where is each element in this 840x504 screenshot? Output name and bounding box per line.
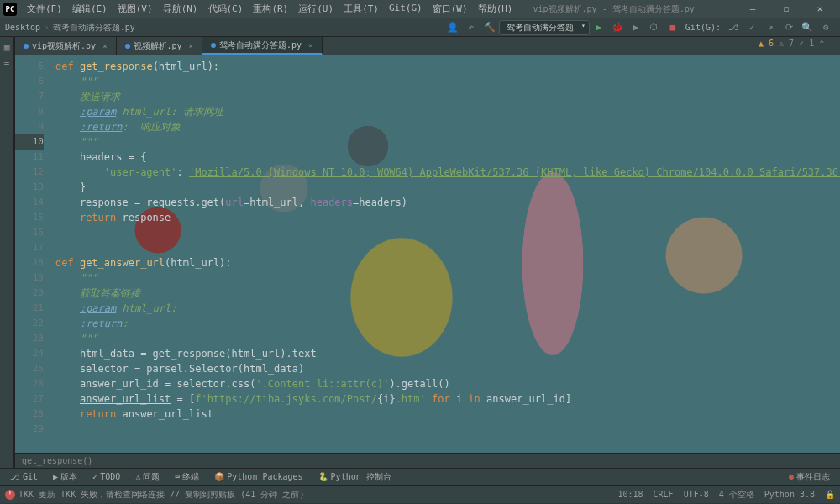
- bottom-tab-Python Packages[interactable]: 📦Python Packages: [207, 470, 309, 485]
- bottom-tab-Git[interactable]: ⎇Git: [3, 470, 45, 485]
- menu-代码(C)[interactable]: 代码(C): [203, 1, 249, 17]
- maximize-button[interactable]: ☐: [769, 0, 803, 18]
- run-config-selector[interactable]: 驾考自动满分答题: [499, 20, 590, 35]
- menu-文件(F)[interactable]: 文件(F): [22, 1, 67, 17]
- editor: vip视频解析.py×视频解析.py×驾考自动满分答题.py× ▲ 6 ⚠ 7 …: [15, 37, 840, 468]
- main-toolbar: Desktop › 驾考自动满分答题.py 👤 ↶ 🔨 驾考自动满分答题 ▶ 🐞…: [0, 18, 840, 37]
- menu-Git(G)[interactable]: Git(G): [384, 1, 428, 17]
- menu-导航(N)[interactable]: 导航(N): [158, 1, 203, 17]
- breadcrumb-root[interactable]: Desktop: [5, 23, 40, 32]
- editor-breadcrumb[interactable]: get_response(): [15, 453, 840, 468]
- menu-窗口(W)[interactable]: 窗口(W): [428, 1, 473, 17]
- profile-icon[interactable]: ⏱: [646, 19, 663, 36]
- cursor-position[interactable]: 10:18: [617, 490, 643, 499]
- file-encoding[interactable]: UTF-8: [684, 490, 709, 499]
- menu-帮助(H)[interactable]: 帮助(H): [473, 1, 518, 17]
- close-icon[interactable]: ×: [102, 42, 107, 50]
- back-icon[interactable]: ↶: [463, 19, 480, 36]
- hammer-icon[interactable]: 🔨: [481, 19, 498, 36]
- menu-运行(U)[interactable]: 运行(U): [293, 1, 339, 17]
- git-label[interactable]: Git(G):: [685, 23, 721, 32]
- app-logo: PC: [3, 3, 17, 16]
- left-tool-stripe: ▦ ≡: [0, 37, 14, 468]
- editor-tab[interactable]: 驾考自动满分答题.py×: [202, 37, 322, 55]
- menu-编辑(E)[interactable]: 编辑(E): [67, 1, 113, 17]
- close-icon[interactable]: ×: [308, 41, 312, 50]
- title-bar: PC 文件(F)编辑(E)视图(V)导航(N)代码(C)重构(R)运行(U)工具…: [0, 0, 840, 18]
- bottom-tab-Python 控制台[interactable]: 🐍Python 控制台: [312, 470, 398, 485]
- chevron-right-icon: ›: [44, 22, 50, 33]
- code-content[interactable]: def get_response(html_url): """ 发送请求 :pa…: [49, 55, 840, 453]
- project-tool-icon[interactable]: ▦: [0, 40, 13, 54]
- push-icon[interactable]: ↗: [762, 19, 779, 36]
- stop-button[interactable]: ■: [664, 19, 681, 36]
- branch-icon[interactable]: ⎇: [725, 19, 742, 36]
- lock-icon[interactable]: 🔒: [825, 490, 835, 499]
- structure-tool-icon[interactable]: ≡: [0, 57, 13, 71]
- minimize-button[interactable]: —: [736, 0, 769, 18]
- indent-setting[interactable]: 4 个空格: [719, 489, 754, 501]
- close-icon[interactable]: ×: [189, 42, 193, 50]
- event-log-tab[interactable]: ●事件日志: [782, 470, 837, 485]
- bottom-tab-版本[interactable]: ▶版本: [46, 470, 84, 485]
- coverage-icon[interactable]: ▶: [627, 19, 644, 36]
- status-message: TKK 更新 TKK 失败，请检查网络连接 // 复制到剪贴板 (41 分钟 之…: [18, 489, 304, 501]
- search-icon[interactable]: 🔍: [799, 19, 816, 36]
- window-title: vip视频解析.py - 驾考自动满分答题.py: [533, 3, 695, 15]
- run-button[interactable]: ▶: [591, 19, 607, 36]
- editor-tab[interactable]: 视频解析.py×: [117, 37, 202, 55]
- breadcrumb-file[interactable]: 驾考自动满分答题.py: [53, 22, 135, 34]
- bottom-tab-TODO[interactable]: ✓TODO: [86, 470, 127, 485]
- menu-视图(V)[interactable]: 视图(V): [113, 1, 158, 17]
- menu-重构(R)[interactable]: 重构(R): [248, 1, 293, 17]
- line-separator[interactable]: CRLF: [654, 490, 674, 499]
- commit-icon[interactable]: ✓: [743, 19, 760, 36]
- editor-tab[interactable]: vip视频解析.py×: [15, 37, 117, 55]
- error-icon[interactable]: !: [5, 490, 15, 500]
- inspection-widget[interactable]: ▲ 6 ⚠ 7 ✓ 1 ⌃: [759, 39, 824, 48]
- bottom-tab-终端[interactable]: ⌨终端: [168, 470, 206, 485]
- editor-tabs: vip视频解析.py×视频解析.py×驾考自动满分答题.py×: [15, 37, 840, 55]
- python-interpreter[interactable]: Python 3.8: [764, 490, 815, 499]
- settings-icon[interactable]: ⚙: [817, 19, 834, 36]
- close-button[interactable]: ✕: [803, 0, 837, 18]
- bottom-tool-tabs: ⎇Git▶版本✓TODO⚠问题⌨终端📦Python Packages🐍Pytho…: [0, 468, 840, 485]
- menu-工具(T)[interactable]: 工具(T): [339, 1, 384, 17]
- user-icon[interactable]: 👤: [444, 19, 461, 36]
- line-gutter[interactable]: 5678910111213141516171819202122232425262…: [15, 55, 49, 453]
- bottom-tab-问题[interactable]: ⚠问题: [129, 470, 166, 485]
- update-icon[interactable]: ⟳: [780, 19, 797, 36]
- status-bar: ! TKK 更新 TKK 失败，请检查网络连接 // 复制到剪贴板 (41 分钟…: [0, 485, 840, 503]
- debug-button[interactable]: 🐞: [609, 19, 626, 36]
